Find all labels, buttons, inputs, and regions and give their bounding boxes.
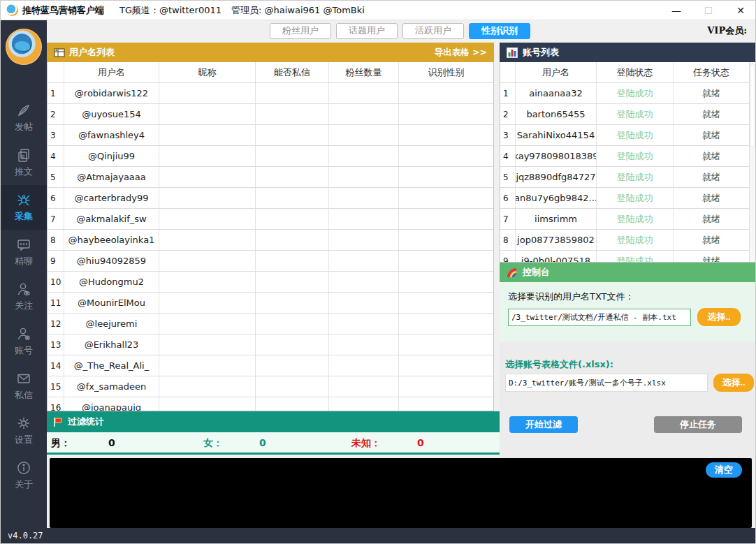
followers-cell [329,146,399,166]
row-number: 11 [48,293,64,313]
user-table-row[interactable]: 14 @_The_Real_Ali_ [48,355,493,376]
account-table-row[interactable]: 8 jop08773859802 登陆成功 就绪 [500,230,749,251]
status-bar: v4.0.27 [1,528,756,544]
sidebar-item-8[interactable]: 关于 [1,453,47,498]
account-table-row[interactable]: 5 jqz8890dfg84727 登陆成功 就绪 [500,167,749,188]
account-table-row[interactable]: 7 iimsrimm 登陆成功 就绪 [500,209,749,230]
username-cell: @hiu94092859 [64,251,159,271]
user-table-row[interactable]: 9 @hiu94092859 [48,251,493,272]
clear-log-button[interactable]: 清空 [706,462,742,478]
user-table-row[interactable]: 4 @Qinjiu99 [48,146,493,167]
row-number: 2 [48,104,64,124]
username-cell: @haybeeolayinka1 [64,230,159,250]
username-cell: @uyosue154 [64,104,159,124]
gender-cell [399,167,493,187]
user-table-row[interactable]: 3 @fawnashley4 [48,125,493,146]
console-xlsx-section: 选择账号表格文件(.xlsx): D:/3_twitter/账号/测试一多个号子… [500,341,756,458]
sidebar-item-4[interactable]: 关注 [1,274,47,319]
user-table-row[interactable]: 16 @joanapauig [48,397,493,411]
row-number: 13 [48,335,64,355]
can-dm-cell [256,104,329,124]
row-number: 5 [48,167,64,187]
feather-icon [16,103,31,118]
flag-icon [52,417,64,427]
sidebar-item-7[interactable]: 设置 [1,409,47,453]
app-logo-icon [6,4,18,16]
gender-cell [399,314,493,334]
start-filter-button[interactable]: 开始过滤 [509,416,578,433]
gear-icon [16,416,31,431]
maximize-button[interactable]: ☐ [692,1,725,20]
user-table-row[interactable]: 12 @leejuremi [48,314,493,335]
filter-stats-header: 过滤统计 [47,411,500,432]
username-cell: @Qinjiu99 [64,146,159,166]
task-status-cell: 就绪 [674,230,749,250]
sidebar-item-0[interactable]: 发帖 [1,96,47,140]
task-status-cell: 就绪 [674,209,749,229]
unknown-label: 未知： [351,437,381,450]
sidebar-item-6[interactable]: 私信 [1,364,47,409]
account-table-row[interactable]: 2 barton65455 登陆成功 就绪 [500,104,749,125]
tab-0[interactable]: 粉丝用户 [270,23,331,39]
account-col-header-3: 任务状态 [674,62,749,82]
user-table-row[interactable]: 6 @carterbrady99 [48,188,493,209]
user-table-row[interactable]: 10 @Hudongmu2 [48,272,493,293]
row-number: 15 [48,376,64,397]
can-dm-cell [256,188,329,208]
followers-cell [329,314,399,334]
user-table-row[interactable]: 1 @robidarwis122 [48,83,493,104]
followers-cell [329,104,399,124]
close-button[interactable]: ✕ [725,1,756,20]
user-table-row[interactable]: 7 @akmalakif_sw [48,209,493,230]
user-table-row[interactable]: 15 @fx_samadeen [48,376,493,397]
tab-group: 粉丝用户话题用户活跃用户性别识别 [270,23,530,39]
account-username-cell: kay978098018389 [516,146,597,166]
row-number: 2 [500,104,516,124]
account-table-row[interactable]: 4 kay978098018389 登陆成功 就绪 [500,146,749,167]
txt-file-input[interactable]: /3_twitter/测试文档/开通私信 - 副本.txt [508,309,691,326]
task-status-cell: 就绪 [674,146,749,166]
task-status-cell: 就绪 [674,188,749,208]
row-number: 1 [500,83,516,103]
stop-task-button[interactable]: 停止任务 [654,416,742,433]
account-table-row[interactable]: 3 SarahiNixo44154 登陆成功 就绪 [500,125,749,146]
nickname-cell [159,125,256,145]
account-table-scrollbar[interactable] [749,62,756,263]
bar-chart-icon [507,47,518,58]
sidebar-item-2[interactable]: 采集 [1,185,47,230]
user-table-row[interactable]: 5 @Atmajayaaaa [48,167,493,188]
account-table-row[interactable]: 1 ainaanaa32 登陆成功 就绪 [500,83,749,104]
tab-2[interactable]: 活跃用户 [402,23,464,39]
sidebar-item-1[interactable]: 推文 [1,140,47,185]
follow-icon [16,281,31,297]
txt-browse-button[interactable]: 选择.. [697,308,741,326]
account-username-cell: ainaanaa32 [516,83,597,103]
sidebar-item-label: 设置 [15,434,33,446]
username-cell: @Hudongmu2 [64,272,159,292]
user-table-row[interactable]: 13 @Erikhall23 [48,335,493,355]
account-table-row[interactable]: 9 i9-0b0l-007518 登陆成功 就绪 [500,251,749,263]
gender-cell [399,293,493,313]
user-table-row[interactable]: 2 @uyosue154 [48,104,493,125]
sidebar-nav: 发帖 推文 采集 精聊 关注 账号 私信 设置 关于 [1,96,47,498]
sidebar-item-3[interactable]: 精聊 [1,230,47,274]
tab-3[interactable]: 性别识别 [469,23,530,39]
account-table-row[interactable]: 6 an8u7y6gb9842... 登陆成功 就绪 [500,188,749,209]
txt-file-label: 选择要识别的用户名TXT文件： [508,291,634,303]
gender-cell [399,83,493,103]
login-status-cell: 登陆成功 [597,188,674,208]
tab-1[interactable]: 话题用户 [336,23,398,39]
username-cell: @MounirElMou [64,293,159,313]
user-table-row[interactable]: 8 @haybeeolayinka1 [48,230,493,251]
minimize-button[interactable]: — [660,1,692,20]
scrollbar-thumb[interactable] [750,64,755,147]
sidebar-item-5[interactable]: 账号 [1,319,47,364]
user-col-header-0 [48,62,64,82]
xlsx-file-input[interactable]: D:/3_twitter/账号/测试一多个号子.xlsx [505,374,708,392]
export-table-link[interactable]: 导出表格 >> [435,47,487,59]
gender-cell [399,397,493,411]
nickname-cell [159,230,256,250]
xlsx-browse-button[interactable]: 选择.. [713,374,754,392]
user-table-row[interactable]: 11 @MounirElMou [48,293,493,314]
spider-icon [16,192,31,207]
